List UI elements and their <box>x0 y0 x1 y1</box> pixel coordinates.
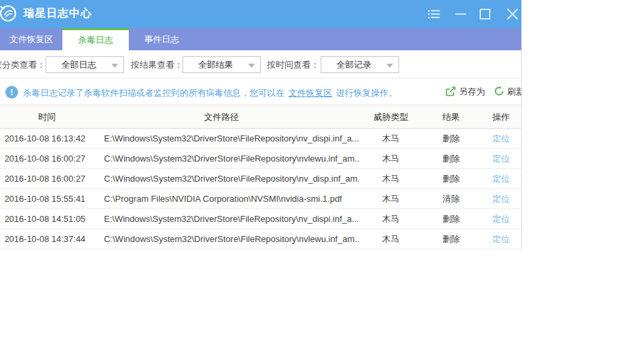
log-time: 2016-10-08 15:55:41 <box>0 189 92 209</box>
save-as-label: 另存为 <box>459 86 485 97</box>
log-file-path: E:\Windows\System32\DriverStore\FileRepo… <box>104 129 359 149</box>
locate-link[interactable]: 定位 <box>480 209 522 229</box>
filter-category-label: 按分类查看： <box>0 59 46 71</box>
minimize-icon[interactable] <box>453 7 468 21</box>
locate-link[interactable]: 定位 <box>480 149 522 169</box>
log-result: 删除 <box>423 129 480 149</box>
info-text-before: 杀毒日志记录了杀毒软件扫描或者监控到的所有病毒信息，您可以在 <box>23 88 284 98</box>
infobar: ! 杀毒日志记录了杀毒软件扫描或者监控到的所有病毒信息，您可以在文件恢复区进行恢… <box>0 79 521 105</box>
log-threat-type: 木马 <box>362 169 419 189</box>
filter-result-label: 按结果查看： <box>131 59 183 71</box>
table-header: 时间 文件路径 威胁类型 结果 操作 <box>0 105 521 129</box>
save-as-button[interactable]: 另存为 <box>445 86 485 99</box>
tab-event-log[interactable]: 事件日志 <box>129 28 195 50</box>
header-path: 文件路径 <box>104 105 339 129</box>
table-row: 2016-10-08 15:55:41C:\Program Files\NVID… <box>0 189 521 209</box>
log-result: 删除 <box>423 229 480 249</box>
log-file-path: E:\Windows\System32\DriverStore\FileRepo… <box>104 209 359 229</box>
log-time: 2016-10-08 16:00:27 <box>0 149 92 169</box>
tab-antivirus-log[interactable]: 杀毒日志 <box>62 28 129 50</box>
locate-link[interactable]: 定位 <box>480 129 522 149</box>
log-threat-type: 木马 <box>362 129 419 149</box>
log-file-path: C:\Windows\System32\DriverStore\FileRepo… <box>104 149 359 169</box>
filterbar: 按分类查看： 全部日志 按结果查看： 全部结果 按时间查看： 全部记录 <box>0 50 521 78</box>
filter-result-value: 全部结果 <box>199 60 233 70</box>
chevron-down-icon <box>248 64 255 68</box>
filter-category-dropdown[interactable]: 全部日志 <box>46 56 124 73</box>
log-result: 删除 <box>423 209 480 229</box>
log-result: 删除 <box>423 149 480 169</box>
locate-link[interactable]: 定位 <box>480 229 522 249</box>
log-result: 清除 <box>423 189 480 209</box>
refresh-label: 刷新 <box>507 86 522 97</box>
filter-result-dropdown[interactable]: 全部结果 <box>182 56 261 73</box>
log-time: 2016-10-08 14:37:44 <box>0 229 92 249</box>
log-time: 2016-10-08 16:00:27 <box>0 169 92 189</box>
tabbar: 文件恢复区 杀毒日志 事件日志 <box>0 28 521 50</box>
filter-time-label: 按时间查看： <box>267 59 319 71</box>
tab-file-recovery[interactable]: 文件恢复区 <box>0 28 62 50</box>
app-logo-icon <box>0 3 18 23</box>
close-icon[interactable] <box>505 7 520 21</box>
table-row: 2016-10-08 14:37:44C:\Windows\System32\D… <box>0 229 521 249</box>
filter-category-value: 全部日志 <box>62 60 97 70</box>
log-result: 删除 <box>423 169 480 189</box>
log-threat-type: 木马 <box>362 149 419 169</box>
table-row: 2016-10-08 16:00:27C:\Windows\System32\D… <box>0 149 521 169</box>
log-threat-type: 木马 <box>362 189 419 209</box>
chevron-down-icon <box>386 64 393 68</box>
log-threat-type: 木马 <box>362 209 419 229</box>
log-threat-type: 木马 <box>362 229 419 249</box>
info-icon: ! <box>5 86 18 99</box>
screen: 瑞星日志中心 文件恢复区 杀毒日志 <box>0 0 644 362</box>
app-window: 瑞星日志中心 文件恢复区 杀毒日志 <box>0 0 522 249</box>
log-file-path: C:\Windows\System32\DriverStore\FileRepo… <box>104 169 359 189</box>
titlebar: 瑞星日志中心 <box>0 0 521 28</box>
locate-link[interactable]: 定位 <box>480 189 522 209</box>
refresh-button[interactable]: 刷新 <box>494 86 522 99</box>
log-file-path: C:\Program Files\NVIDIA Corporation\NVSM… <box>104 189 359 209</box>
header-result: 结果 <box>423 105 480 129</box>
menu-icon[interactable] <box>427 7 441 21</box>
filter-time-value: 全部记录 <box>337 60 372 70</box>
table-row: 2016-10-08 14:51:05E:\Windows\System32\D… <box>0 209 521 229</box>
file-recovery-link[interactable]: 文件恢复区 <box>288 88 332 98</box>
header-time: 时间 <box>0 105 94 129</box>
info-text: 杀毒日志记录了杀毒软件扫描或者监控到的所有病毒信息，您可以在文件恢复区进行恢复操… <box>23 87 397 99</box>
locate-link[interactable]: 定位 <box>480 169 522 189</box>
table-body: 2016-10-08 16:13:42E:\Windows\System32\D… <box>0 129 521 249</box>
filter-time-dropdown[interactable]: 全部记录 <box>321 56 399 73</box>
log-time: 2016-10-08 14:51:05 <box>0 209 92 229</box>
table-row: 2016-10-08 16:13:42E:\Windows\System32\D… <box>0 129 521 149</box>
chevron-down-icon <box>111 64 118 68</box>
table-row: 2016-10-08 16:00:27C:\Windows\System32\D… <box>0 169 521 189</box>
header-threat: 威胁类型 <box>362 105 419 129</box>
window-title: 瑞星日志中心 <box>23 7 92 21</box>
info-text-after: 进行恢复操作。 <box>336 88 397 98</box>
maximize-icon[interactable] <box>478 7 492 21</box>
log-file-path: C:\Windows\System32\DriverStore\FileRepo… <box>104 229 359 249</box>
log-time: 2016-10-08 16:13:42 <box>0 129 92 149</box>
header-action: 操作 <box>480 105 522 129</box>
